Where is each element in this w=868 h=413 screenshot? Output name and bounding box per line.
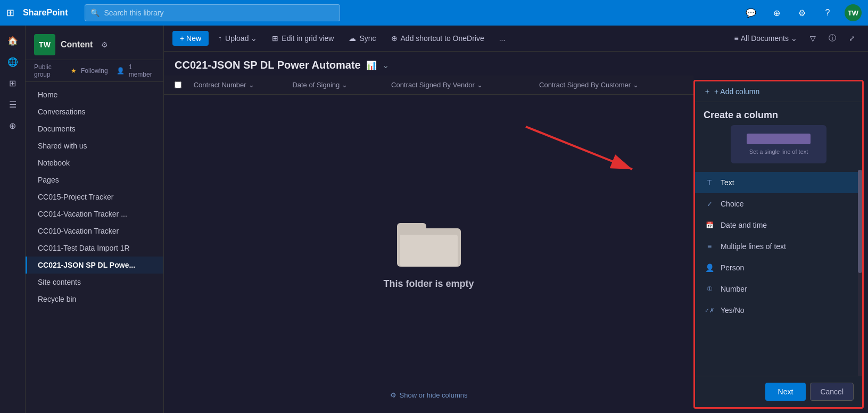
all-documents-button[interactable]: ≡ All Documents ⌄ xyxy=(730,32,801,45)
preview-description: Set a single line of text xyxy=(749,148,808,155)
show-hide-button[interactable]: ⚙ Show or hide columns xyxy=(379,388,478,402)
preview-bar xyxy=(747,134,811,144)
doc-header: CC021-JSON SP DL Power Automate 📊 ⌄ xyxy=(164,52,868,76)
nav-link-vacation-tracker-2[interactable]: CC010-Vacation Tracker xyxy=(26,222,163,239)
add-icon[interactable]: ⊕ xyxy=(3,116,22,135)
help-icon[interactable]: ? xyxy=(819,4,836,21)
dropdown-chevron-icon: ⌄ xyxy=(791,34,797,43)
nav-link-cc021[interactable]: CC021-JSON SP DL Powe... xyxy=(26,257,163,274)
home-icon[interactable]: 🏠 xyxy=(3,31,22,50)
toolbar-right: ≡ All Documents ⌄ ▽ ⓘ ⤢ xyxy=(730,31,859,45)
doc-title: CC021-JSON SP DL Power Automate xyxy=(175,59,361,71)
member-icon: 👤 xyxy=(117,67,125,75)
sync-button[interactable]: ☁ Sync xyxy=(343,31,381,46)
sidebar-icons: 🏠 🌐 ⊞ ☰ ⊕ xyxy=(0,26,26,413)
scrollbar-track[interactable] xyxy=(858,170,862,376)
sync-icon: ☁ xyxy=(349,34,356,43)
nav-link-home[interactable]: Home xyxy=(26,86,163,103)
waffle-icon[interactable]: ⊞ xyxy=(6,7,14,19)
member-count: 1 member xyxy=(129,63,155,78)
apps-icon[interactable]: ⊞ xyxy=(3,73,22,93)
add-shortcut-button[interactable]: ⊕ Add shortcut to OneDrive xyxy=(386,31,490,46)
content-area: + New ↑ ↑ Upload Upload ⌄ ⊞ Edit in grid… xyxy=(164,26,868,413)
site-nav: TW Content ⚙ Public group ★ Following 👤 … xyxy=(26,26,164,413)
network-icon[interactable]: ⊕ xyxy=(768,4,785,21)
grid-icon: ⊞ xyxy=(272,34,278,43)
search-bar[interactable]: 🔍 xyxy=(85,4,340,21)
settings-gear-icon[interactable]: ⚙ xyxy=(101,40,108,49)
site-header-info: Content xyxy=(61,40,93,49)
cancel-button[interactable]: Cancel xyxy=(810,383,854,401)
show-hide-icon: ⚙ xyxy=(390,391,396,399)
info-button[interactable]: ⓘ xyxy=(824,31,840,45)
filter-icon: ▽ xyxy=(810,34,816,43)
type-text[interactable]: T Text xyxy=(695,172,862,193)
nav-link-shared[interactable]: Shared with us xyxy=(26,137,163,154)
chat-icon[interactable]: 💬 xyxy=(742,4,759,21)
yesno-type-icon: ✓✗ xyxy=(704,304,715,316)
nav-right-area: 💬 ⊕ ⚙ ? TW xyxy=(742,4,862,21)
type-yesno[interactable]: ✓✗ Yes/No xyxy=(695,300,862,321)
nav-link-pages[interactable]: Pages xyxy=(26,171,163,188)
empty-folder-text: This folder is empty xyxy=(383,278,474,290)
expand-button[interactable]: ⤢ xyxy=(845,32,859,45)
svg-line-1 xyxy=(526,127,632,169)
nav-link-notebook[interactable]: Notebook xyxy=(26,154,163,171)
sort-chevron-icon: ⌄ xyxy=(249,81,254,89)
table-header: Contract Number ⌄ Date of Signing ⌄ Cont… xyxy=(164,76,693,95)
col-header-customer[interactable]: Contract Signed By Customer ⌄ xyxy=(535,79,683,91)
list-icon[interactable]: ☰ xyxy=(3,95,22,114)
star-icon[interactable]: ★ xyxy=(71,67,77,75)
folder-icon xyxy=(397,219,461,267)
column-types-list: T Text ✓ Choice 📅 Date and time ≡ Multip… xyxy=(695,170,862,376)
panel-footer: Next Cancel xyxy=(695,376,862,407)
sort-chevron-icon: ⌄ xyxy=(342,81,348,89)
type-person[interactable]: 👤 Person xyxy=(695,257,862,278)
new-button[interactable]: + New xyxy=(172,31,209,46)
datetime-type-icon: 📅 xyxy=(704,219,715,231)
nav-link-test-data[interactable]: CC011-Test Data Import 1R xyxy=(26,239,163,257)
column-preview-box: Set a single line of text xyxy=(731,125,826,163)
globe-icon[interactable]: 🌐 xyxy=(3,52,22,71)
table-content: Contract Number ⌄ Date of Signing ⌄ Cont… xyxy=(164,76,868,413)
site-group-info: Public group ★ Following 👤 1 member xyxy=(26,60,163,82)
settings-icon[interactable]: ⚙ xyxy=(793,4,811,21)
edit-grid-button[interactable]: ⊞ Edit in grid view xyxy=(267,31,339,46)
nav-link-recycle-bin[interactable]: Recycle bin xyxy=(26,291,163,308)
type-multiline[interactable]: ≡ Multiple lines of text xyxy=(695,236,862,257)
nav-link-vacation-tracker-1[interactable]: CC014-Vacation Tracker ... xyxy=(26,205,163,222)
type-choice[interactable]: ✓ Choice xyxy=(695,193,862,214)
ellipsis-icon: ... xyxy=(499,34,506,43)
next-button[interactable]: Next xyxy=(765,383,806,401)
shortcut-icon: ⊕ xyxy=(391,34,398,43)
following-label[interactable]: Following xyxy=(81,67,108,75)
search-icon: 🔍 xyxy=(90,9,100,17)
toolbar: + New ↑ ↑ Upload Upload ⌄ ⊞ Edit in grid… xyxy=(164,26,868,52)
type-datetime[interactable]: 📅 Date and time xyxy=(695,214,862,236)
type-number[interactable]: ① Number xyxy=(695,278,862,300)
user-avatar[interactable]: TW xyxy=(845,4,862,21)
table-main: Contract Number ⌄ Date of Signing ⌄ Cont… xyxy=(164,76,693,413)
more-button[interactable]: ... xyxy=(494,31,511,46)
search-input[interactable] xyxy=(104,9,334,17)
nav-link-site-contents[interactable]: Site contents xyxy=(26,274,163,291)
nav-link-documents[interactable]: Documents xyxy=(26,120,163,137)
column-preview: Set a single line of text xyxy=(695,125,862,170)
upload-icon: ↑ xyxy=(218,34,222,43)
create-column-panel: ＋ + Add column Create a column Set a sin… xyxy=(693,80,864,409)
upload-button[interactable]: ↑ ↑ Upload Upload ⌄ xyxy=(213,31,262,46)
multiline-type-icon: ≡ xyxy=(704,241,715,252)
sort-chevron-icon: ⌄ xyxy=(633,81,639,89)
nav-link-conversations[interactable]: Conversations xyxy=(26,103,163,120)
col-header-contract-number[interactable]: Contract Number ⌄ xyxy=(189,79,288,91)
add-column-header[interactable]: ＋ + Add column xyxy=(695,81,862,102)
select-all-checkbox[interactable] xyxy=(175,81,181,88)
chart-icon[interactable]: 📊 xyxy=(366,60,377,70)
scrollbar-thumb[interactable] xyxy=(858,170,862,273)
col-header-vendor[interactable]: Contract Signed By Vendor ⌄ xyxy=(387,79,535,91)
site-logo: TW xyxy=(34,34,55,55)
filter-button[interactable]: ▽ xyxy=(806,32,820,45)
dropdown-icon[interactable]: ⌄ xyxy=(382,60,389,70)
col-header-date-signing[interactable]: Date of Signing ⌄ xyxy=(288,79,387,91)
nav-link-project-tracker[interactable]: CC015-Project Tracker xyxy=(26,188,163,205)
